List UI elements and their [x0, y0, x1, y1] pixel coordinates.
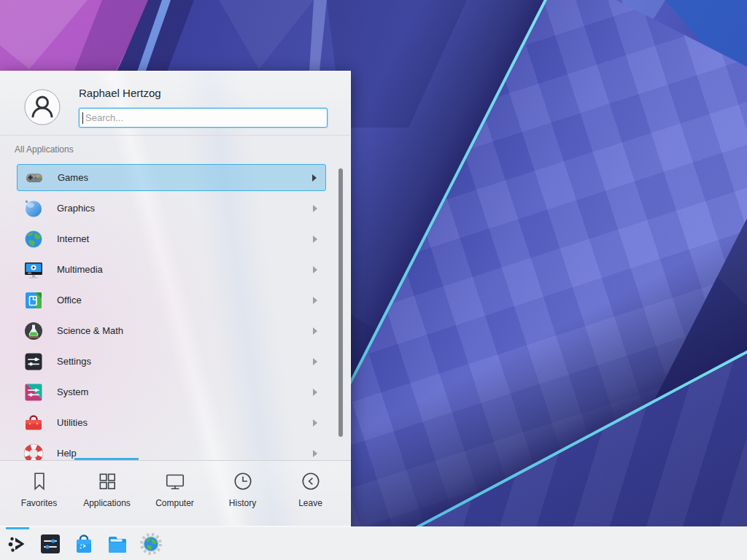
text-caret: [82, 112, 83, 124]
submenu-arrow-icon: [313, 327, 317, 335]
office-document-icon: [23, 290, 44, 311]
tab-history[interactable]: History: [209, 461, 276, 527]
submenu-arrow-icon: [313, 266, 317, 273]
section-label: All Applications: [15, 144, 74, 155]
category-row-settings[interactable]: Settings: [17, 348, 326, 375]
toolbox-icon: [23, 413, 44, 433]
folder-icon: [106, 532, 129, 556]
kde-logo-icon: [6, 532, 29, 556]
submenu-arrow-icon: [312, 174, 317, 182]
category-row-games[interactable]: Games: [17, 164, 326, 191]
system-settings-launcher[interactable]: [36, 529, 65, 559]
submenu-arrow-icon: [313, 389, 317, 396]
science-flask-icon: [23, 321, 44, 341]
gamepad-icon: [24, 168, 44, 188]
submenu-arrow-icon: [313, 358, 317, 365]
web-browser-launcher[interactable]: [136, 529, 166, 559]
discover-launcher[interactable]: [69, 529, 98, 559]
submenu-arrow-icon: [313, 205, 317, 212]
category-row-internet[interactable]: Internet: [17, 225, 326, 252]
settings-sliders-icon: [39, 532, 62, 556]
menu-scrollbar[interactable]: [338, 168, 343, 437]
clock-icon: [232, 470, 254, 492]
submenu-arrow-icon: [313, 297, 317, 304]
menu-footer-tabs: Favorites Applications Computer: [0, 460, 351, 527]
category-row-graphics[interactable]: Graphics: [17, 195, 326, 222]
tab-computer[interactable]: Computer: [141, 461, 209, 527]
desktop-screen: Raphael Hertzog All Applications Games: [0, 0, 747, 560]
active-tab-indicator: [74, 458, 139, 460]
category-row-multimedia[interactable]: Multimedia: [17, 256, 326, 283]
globe-icon: [23, 229, 44, 249]
globe-gear-icon: [139, 532, 163, 556]
software-bag-icon: [72, 532, 96, 556]
multimedia-monitor-icon: [23, 260, 44, 280]
search-input[interactable]: [79, 108, 328, 128]
settings-sliders-icon: [23, 351, 44, 372]
submenu-arrow-icon: [313, 419, 317, 427]
app-grid-icon: [96, 470, 118, 492]
user-avatar[interactable]: [24, 89, 61, 125]
graphics-sphere-icon: [23, 198, 44, 219]
application-launcher-menu: Raphael Hertzog All Applications Games: [0, 71, 351, 526]
tab-applications[interactable]: Applications: [73, 461, 141, 527]
menu-header: Raphael Hertzog: [0, 71, 350, 136]
lifebuoy-icon: [23, 443, 44, 461]
app-category-list: Games Graphics: [0, 164, 351, 460]
submenu-arrow-icon: [313, 450, 317, 457]
category-row-help[interactable]: Help: [17, 440, 326, 460]
category-row-utilities[interactable]: Utilities: [17, 409, 326, 436]
submenu-arrow-icon: [313, 236, 317, 243]
tab-favorites[interactable]: Favorites: [5, 461, 73, 527]
taskbar-panel: ES 7:03 PM 4/24/21: [0, 526, 747, 560]
category-row-office[interactable]: Office: [17, 287, 326, 314]
leave-circle-icon: [300, 470, 322, 492]
system-sliders-icon: [23, 382, 44, 402]
tab-leave[interactable]: Leave: [276, 461, 344, 527]
user-name: Raphael Hertzog: [79, 87, 161, 99]
monitor-icon: [164, 470, 186, 492]
category-row-science-math[interactable]: Science & Math: [17, 317, 326, 344]
bookmark-icon: [28, 470, 50, 492]
file-manager-launcher[interactable]: [103, 529, 132, 559]
category-row-system[interactable]: System: [17, 378, 326, 405]
application-launcher-button[interactable]: [3, 529, 32, 559]
